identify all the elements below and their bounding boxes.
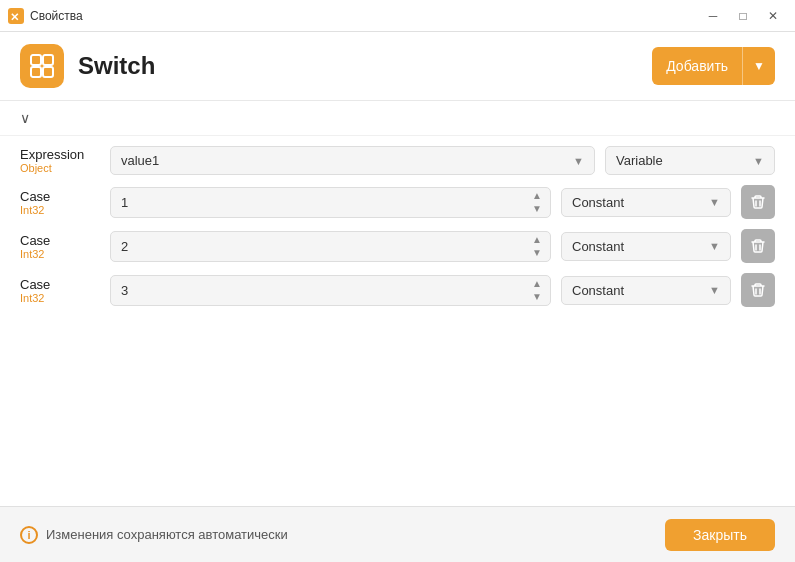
case-input-wrap-1: ▲ ▼ — [110, 231, 551, 262]
svg-rect-3 — [43, 55, 53, 65]
case-down-arrow-1[interactable]: ▼ — [528, 247, 546, 259]
svg-rect-2 — [31, 55, 41, 65]
trash-icon-0 — [750, 194, 766, 210]
case-arrows-1: ▲ ▼ — [524, 232, 550, 261]
case-delete-button-2[interactable] — [741, 273, 775, 307]
content-area: Expression Object value1 ▼ Variable ▼ Ca… — [0, 136, 795, 506]
title-bar-left: ✕ Свойства — [8, 8, 83, 24]
collapse-button[interactable]: ∨ — [20, 110, 30, 126]
header-title: Switch — [78, 52, 155, 80]
case-up-arrow-0[interactable]: ▲ — [528, 190, 546, 202]
case-type-value-1: Constant — [572, 239, 624, 254]
title-bar-controls: ─ □ ✕ — [699, 5, 787, 27]
case-label-2: Case Int32 — [20, 277, 100, 304]
app-icon: ✕ — [8, 8, 24, 24]
expression-type-value: Variable — [616, 153, 663, 168]
case-label-main-0: Case — [20, 189, 100, 204]
add-button-label: Добавить — [652, 58, 742, 74]
case-label-main-1: Case — [20, 233, 100, 248]
case-type-value-2: Constant — [572, 283, 624, 298]
expression-row: Expression Object value1 ▼ Variable ▼ — [20, 146, 775, 175]
case-delete-button-0[interactable] — [741, 185, 775, 219]
expression-value: value1 — [121, 153, 159, 168]
switch-svg-icon — [29, 53, 55, 79]
collapse-row: ∨ — [0, 101, 795, 136]
case-type-arrow-icon-0: ▼ — [709, 196, 720, 208]
case-input-wrap-0: ▲ ▼ — [110, 187, 551, 218]
expression-dropdown-arrow-icon: ▼ — [573, 155, 584, 167]
switch-node-icon — [20, 44, 64, 88]
case-label-main-2: Case — [20, 277, 100, 292]
case-label-1: Case Int32 — [20, 233, 100, 260]
case-up-arrow-2[interactable]: ▲ — [528, 278, 546, 290]
expression-label-main: Expression — [20, 147, 100, 162]
footer-info: i Изменения сохраняются автоматически — [20, 526, 288, 544]
case-delete-button-1[interactable] — [741, 229, 775, 263]
title-bar: ✕ Свойства ─ □ ✕ — [0, 0, 795, 32]
expression-label-sub: Object — [20, 162, 100, 174]
add-button[interactable]: Добавить ▼ — [652, 47, 775, 85]
header-left: Switch — [20, 44, 155, 88]
case-row-1: Case Int32 ▲ ▼ Constant ▼ — [20, 229, 775, 263]
close-button[interactable]: Закрыть — [665, 519, 775, 551]
close-window-button[interactable]: ✕ — [759, 5, 787, 27]
case-up-arrow-1[interactable]: ▲ — [528, 234, 546, 246]
add-button-arrow-icon: ▼ — [743, 59, 775, 73]
case-type-dropdown-0[interactable]: Constant ▼ — [561, 188, 731, 217]
footer-info-text: Изменения сохраняются автоматически — [46, 527, 288, 542]
svg-rect-5 — [43, 67, 53, 77]
case-type-value-0: Constant — [572, 195, 624, 210]
case-type-arrow-icon-1: ▼ — [709, 240, 720, 252]
case-down-arrow-2[interactable]: ▼ — [528, 291, 546, 303]
case-label-sub-0: Int32 — [20, 204, 100, 216]
case-arrows-0: ▲ ▼ — [524, 188, 550, 217]
header: Switch Добавить ▼ — [0, 32, 795, 101]
info-icon: i — [20, 526, 38, 544]
case-type-dropdown-2[interactable]: Constant ▼ — [561, 276, 731, 305]
case-type-arrow-icon-2: ▼ — [709, 284, 720, 296]
case-input-wrap-2: ▲ ▼ — [110, 275, 551, 306]
case-down-arrow-0[interactable]: ▼ — [528, 203, 546, 215]
trash-icon-2 — [750, 282, 766, 298]
expression-type-dropdown[interactable]: Variable ▼ — [605, 146, 775, 175]
case-type-dropdown-1[interactable]: Constant ▼ — [561, 232, 731, 261]
case-input-2[interactable] — [111, 277, 524, 304]
expression-input-dropdown[interactable]: value1 ▼ — [110, 146, 595, 175]
trash-icon-1 — [750, 238, 766, 254]
footer: i Изменения сохраняются автоматически За… — [0, 506, 795, 562]
expression-type-arrow-icon: ▼ — [753, 155, 764, 167]
main-window: Switch Добавить ▼ ∨ Expression Object va… — [0, 32, 795, 562]
title-bar-text: Свойства — [30, 9, 83, 23]
case-input-1[interactable] — [111, 233, 524, 260]
case-label-sub-2: Int32 — [20, 292, 100, 304]
case-row-0: Case Int32 ▲ ▼ Constant ▼ — [20, 185, 775, 219]
svg-rect-4 — [31, 67, 41, 77]
expression-label: Expression Object — [20, 147, 100, 174]
case-row-2: Case Int32 ▲ ▼ Constant ▼ — [20, 273, 775, 307]
maximize-button[interactable]: □ — [729, 5, 757, 27]
case-input-0[interactable] — [111, 189, 524, 216]
case-label-0: Case Int32 — [20, 189, 100, 216]
svg-text:✕: ✕ — [10, 11, 19, 23]
minimize-button[interactable]: ─ — [699, 5, 727, 27]
case-label-sub-1: Int32 — [20, 248, 100, 260]
case-arrows-2: ▲ ▼ — [524, 276, 550, 305]
